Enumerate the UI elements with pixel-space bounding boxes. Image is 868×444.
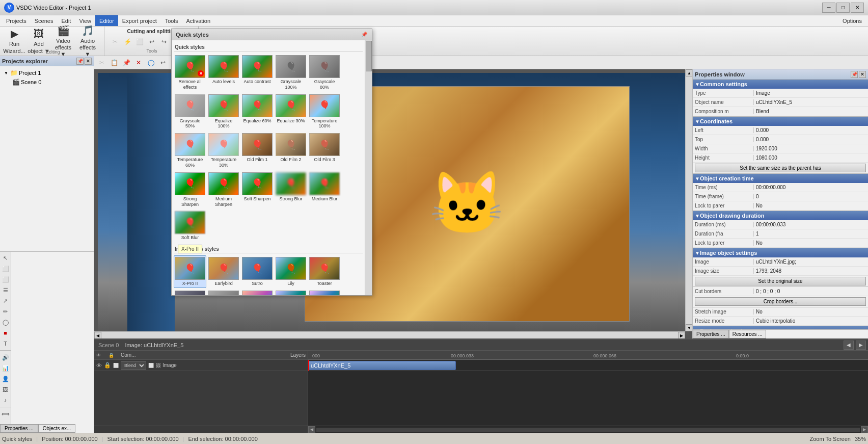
prop-lock-parer[interactable]: Lock to parer No	[693, 201, 868, 211]
timeline-scrollbar[interactable]: ◀ ▶	[94, 426, 868, 433]
effect-equalize-30[interactable]: 🎈 Equalize 30%	[275, 93, 307, 131]
scene-item[interactable]: 🎬 Scene 0	[2, 77, 92, 87]
effect-auto-levels[interactable]: 🎈 Auto levels	[207, 54, 240, 92]
scroll-left-button[interactable]: ◀	[94, 332, 101, 338]
prop-duration-frame[interactable]: Duration (fra 1	[693, 229, 868, 239]
scroll-up-button[interactable]: ▲	[686, 69, 692, 76]
prop-time-frame[interactable]: Time (frame) 0	[693, 192, 868, 201]
scroll-down-button[interactable]: ▼	[686, 324, 692, 331]
effect-earlybird[interactable]: 🎈 Earlybird	[207, 255, 240, 288]
creation-time-header[interactable]: ▼ Object creation time	[693, 174, 868, 183]
menu-activation[interactable]: Activation	[182, 15, 214, 26]
effect-inkwell[interactable]: 🎈 Inkwell	[207, 289, 240, 295]
track-lock-icon[interactable]: 🔒	[104, 362, 111, 369]
tool-11[interactable]: 📊	[1, 363, 11, 373]
canvas-scrollbar-h[interactable]: ◀ ▶	[94, 331, 685, 338]
sub-undo-button[interactable]: ↩	[157, 57, 169, 68]
effect-grayscale-50[interactable]: 🎈 Grayscale 50%	[174, 93, 206, 131]
undo-button[interactable]: ↩	[146, 36, 157, 47]
props-pin-button[interactable]: 📌	[851, 71, 858, 78]
common-settings-header[interactable]: ▼ Common settings	[693, 80, 868, 89]
split-button[interactable]: ⚡	[122, 36, 133, 47]
drawing-duration-header[interactable]: ▼ Object drawing duration	[693, 211, 868, 220]
prop-cut-borders[interactable]: Cut borders 0 ; 0 ; 0 ; 0	[693, 287, 868, 296]
props-close-button[interactable]: ✕	[859, 71, 866, 78]
maximize-button[interactable]: □	[836, 3, 850, 13]
popup-scrollbar[interactable]	[365, 40, 372, 295]
redo-button[interactable]: ↪	[158, 36, 170, 47]
effect-grayscale-80[interactable]: 🎈 Grayscale 80%	[308, 54, 341, 92]
effect-medium-blur[interactable]: 🎈 Medium Blur	[308, 171, 341, 209]
prop-duration-ms[interactable]: Duration (ms) 00:00:00.033	[693, 220, 868, 229]
track-eye-icon[interactable]: 👁	[96, 362, 102, 369]
timeline-btn-1[interactable]: ◀	[844, 341, 854, 350]
menu-scenes[interactable]: Scenes	[31, 15, 58, 26]
properties-tab[interactable]: Properties ...	[693, 330, 729, 338]
effect-lily[interactable]: 🎈 Lily	[275, 255, 307, 288]
crop-button[interactable]: ⬜	[134, 36, 145, 47]
original-size-button[interactable]: Set the original size	[695, 277, 866, 285]
tool-3[interactable]: ⬜	[1, 274, 11, 284]
effect-old-film-2[interactable]: 🎈 Old Film 2	[275, 132, 307, 170]
panel-close-button[interactable]: ✕	[85, 58, 92, 65]
effect-strong-blur[interactable]: 🎈 Strong Blur	[275, 171, 307, 209]
tool-15[interactable]: ⟺	[1, 409, 11, 419]
effect-x-pro-ii[interactable]: 🎈 X-Pro II X-Pro II	[174, 255, 206, 288]
prop-left[interactable]: Left 0.000	[693, 126, 868, 135]
prop-image[interactable]: Image uCLhtdlYXnE.jpg;	[693, 257, 868, 267]
effect-brannan[interactable]: 🎈 Brannan	[174, 289, 206, 295]
prop-resize-mode[interactable]: Resize mode Cubic interpolatio	[693, 317, 868, 326]
tool-10[interactable]: 🔊	[1, 352, 11, 362]
effect-sutro[interactable]: 🎈 Sutro	[241, 255, 274, 288]
track-blend-select[interactable]: Blend	[121, 361, 146, 370]
popup-pin[interactable]: 📌	[361, 31, 368, 38]
minimize-button[interactable]: ─	[822, 3, 835, 13]
effect-old-film-3[interactable]: 🎈 Old Film 3	[308, 132, 341, 170]
effect-auto-contrast[interactable]: 🎈 Auto contrast	[241, 54, 274, 92]
effect-temp-100[interactable]: 🎈 Temperature 100%	[308, 93, 341, 131]
prop-time-ms[interactable]: Time (ms) 00:00:00.000	[693, 183, 868, 192]
effect-old-film-1[interactable]: 🎈 Old Film 1	[241, 132, 274, 170]
timeline-btn-2[interactable]: ▶	[856, 341, 866, 350]
popup-scroll-thumb[interactable]	[366, 41, 372, 71]
tool-5[interactable]: ↗	[1, 296, 11, 306]
tool-2[interactable]: ⬜	[1, 264, 11, 274]
effect-grayscale-100[interactable]: 🎈 Grayscale 100%	[275, 54, 307, 92]
panel-pin-button[interactable]: 📌	[76, 58, 84, 65]
options-button[interactable]: Options	[838, 15, 866, 26]
prop-lock-parer-2[interactable]: Lock to parer No	[693, 239, 868, 248]
prop-width[interactable]: Width 1920.000	[693, 144, 868, 153]
pointer-tool[interactable]: ↖	[1, 253, 11, 263]
effect-apollo[interactable]: 🎈 Apollo	[308, 289, 341, 295]
sub-circle-button[interactable]: ◯	[145, 57, 156, 68]
effect-equalize-100[interactable]: 🎈 Equalize 100%	[207, 93, 240, 131]
effect-soft-blur[interactable]: 🎈 Soft Blur	[174, 210, 206, 242]
tool-7[interactable]: ◯	[1, 317, 11, 327]
tool-12[interactable]: 👤	[1, 374, 11, 384]
timeline-clip[interactable]: uCLhtdlYXnE_5	[308, 361, 456, 370]
effect-strong-sharpen[interactable]: 🎈 Strong Sharpen	[174, 171, 206, 209]
tool-13[interactable]: 🖼	[1, 384, 11, 395]
effect-remove-all[interactable]: 🎈 ✕ Remove all effects	[174, 54, 206, 92]
effect-hefe[interactable]: 🎈 Hefe	[275, 289, 307, 295]
effect-walden[interactable]: 🎈 Walden	[241, 289, 274, 295]
scroll-right-button[interactable]: ▶	[678, 332, 685, 338]
objects-ex-tab[interactable]: Objects ex...	[38, 424, 76, 433]
menu-export[interactable]: Export project	[118, 15, 161, 26]
effect-temp-60[interactable]: 🎈 Temperature 60%	[174, 132, 206, 170]
menu-editor[interactable]: Editor	[95, 15, 118, 26]
tool-6[interactable]: ✏	[1, 306, 11, 317]
coordinates-header[interactable]: ▼ Coordinates	[693, 117, 868, 126]
image-settings-header[interactable]: ▼ Image object settings	[693, 248, 868, 257]
tool-4[interactable]: ☰	[1, 285, 11, 295]
projects-ex-tab[interactable]: Properties ...	[0, 424, 38, 433]
tool-14[interactable]: ♪	[1, 395, 11, 405]
same-size-button[interactable]: Set the same size as the parent has	[695, 164, 866, 172]
effect-medium-sharpen[interactable]: 🎈 Medium Sharpen	[207, 171, 240, 209]
effect-temp-30[interactable]: 🎈 Temperature 30%	[207, 132, 240, 170]
effect-toaster[interactable]: 🎈 Toaster	[308, 255, 341, 288]
prop-stretch[interactable]: Stretch image No	[693, 307, 868, 317]
menu-tools[interactable]: Tools	[161, 15, 182, 26]
prop-height[interactable]: Height 1080.000	[693, 153, 868, 163]
timeline-scroll-right[interactable]: ▶	[861, 426, 868, 433]
